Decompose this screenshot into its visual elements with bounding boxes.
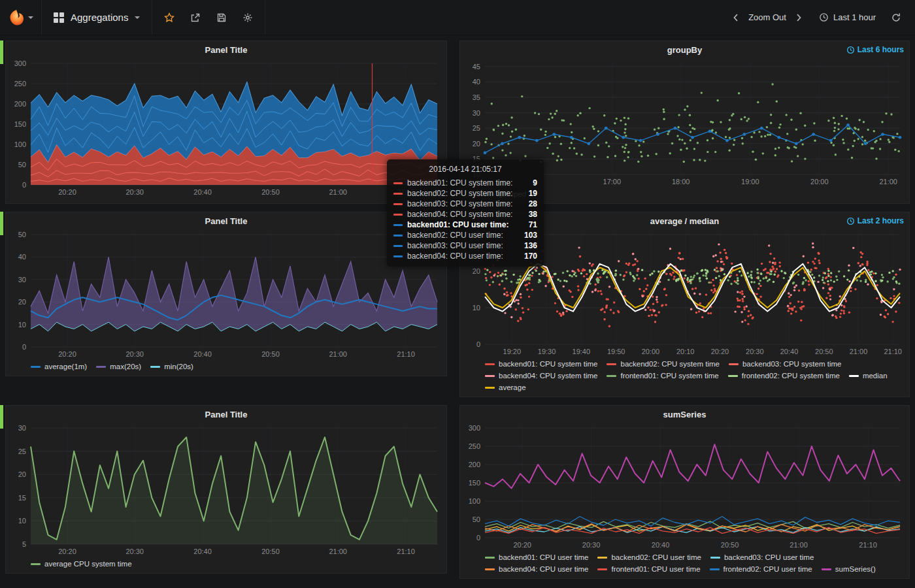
legend-item[interactable]: backend02: CPU system time: [607, 359, 719, 369]
legend-swatch-icon: [31, 563, 41, 565]
row-collapse-handle[interactable]: [0, 405, 3, 429]
panel-title[interactable]: groupBy: [667, 45, 702, 55]
svg-text:20:30: 20:30: [746, 348, 764, 355]
panel-header[interactable]: groupBy Last 6 hours: [460, 41, 909, 58]
svg-text:50: 50: [473, 515, 480, 523]
svg-text:150: 150: [14, 120, 26, 128]
legend-item[interactable]: backend01: CPU system time: [485, 359, 597, 369]
panel-title[interactable]: average / median: [650, 216, 720, 226]
svg-text:10: 10: [18, 321, 26, 329]
time-range-picker[interactable]: Last 1 hour: [811, 12, 884, 22]
time-range-label: Last 1 hour: [833, 12, 876, 22]
legend-item[interactable]: backend02: CPU user time: [597, 552, 701, 563]
tooltip-row: backend03: CPU system time:28: [393, 199, 537, 209]
legend-item[interactable]: frontend01: CPU user time: [597, 564, 700, 574]
svg-text:19:00: 19:00: [741, 178, 759, 186]
panel-sumseries: sumSeries 20:2020:3020:4020:5021:0021:10…: [459, 405, 910, 579]
panel-header[interactable]: Panel Title: [6, 212, 446, 229]
legend-item[interactable]: backend04: CPU system time: [485, 370, 597, 381]
legend-item[interactable]: average CPU system time: [31, 559, 132, 569]
svg-text:0: 0: [476, 534, 480, 542]
zoom-out-button[interactable]: Zoom Out: [748, 12, 786, 22]
legend-swatch-icon: [485, 375, 495, 377]
panel-title[interactable]: Panel Title: [205, 216, 248, 226]
legend-swatch-icon: [607, 375, 616, 377]
svg-text:20:50: 20:50: [721, 541, 739, 549]
svg-text:20:20: 20:20: [58, 350, 76, 358]
tooltip-row: backend02: CPU user time:103: [393, 230, 537, 240]
time-forward-button[interactable]: [790, 6, 807, 29]
legend-item[interactable]: max(20s): [96, 361, 141, 372]
panel-title[interactable]: sumSeries: [663, 410, 707, 419]
legend-item[interactable]: average(1m): [31, 361, 87, 372]
dashboard-grid-icon: [54, 12, 64, 23]
refresh-button[interactable]: [888, 6, 905, 29]
series-color-icon: [393, 203, 403, 205]
save-button[interactable]: [210, 6, 233, 29]
row-collapse-handle[interactable]: [0, 41, 3, 64]
svg-text:10: 10: [18, 517, 26, 525]
legend-swatch-icon: [150, 366, 160, 368]
row-collapse-handle[interactable]: [0, 212, 3, 235]
panel-header[interactable]: Panel Title: [6, 41, 446, 58]
legend-item[interactable]: backend03: CPU system time: [729, 359, 841, 369]
svg-text:21:00: 21:00: [329, 188, 347, 196]
share-button[interactable]: [184, 6, 207, 29]
settings-button[interactable]: [236, 6, 259, 29]
svg-text:20:00: 20:00: [810, 178, 829, 186]
legend-label: backend02: CPU user time: [611, 552, 701, 563]
tooltip-row: backend02: CPU system time:19: [393, 188, 537, 199]
legend-item[interactable]: min(20s): [150, 361, 193, 372]
grafana-logo-menu[interactable]: [0, 0, 42, 35]
grafana-flame-icon: [8, 9, 25, 26]
time-back-button[interactable]: [727, 6, 744, 29]
legend-swatch-icon: [729, 363, 739, 365]
legend-swatch-icon: [607, 363, 616, 365]
panel-title[interactable]: Panel Title: [205, 45, 248, 55]
legend-item[interactable]: sumSeries(): [822, 564, 876, 574]
legend-item[interactable]: frontend02: CPU system time: [728, 370, 840, 381]
series-color-icon: [393, 224, 403, 226]
svg-text:30: 30: [473, 109, 480, 117]
series-color-icon: [393, 214, 403, 216]
legend-item[interactable]: backend01: CPU user time: [485, 552, 588, 563]
legend-label: max(20s): [110, 361, 141, 372]
svg-text:5: 5: [22, 540, 26, 548]
legend-item[interactable]: frontend02: CPU user time: [710, 564, 812, 574]
chart-area[interactable]: 20:2020:3020:4020:5021:0021:100102030405…: [6, 229, 446, 360]
panel-title[interactable]: Panel Title: [205, 410, 248, 419]
svg-text:100: 100: [14, 140, 26, 148]
time-override-badge: Last 6 hours: [846, 45, 904, 54]
svg-text:20: 20: [18, 470, 26, 478]
series-color-icon: [393, 235, 403, 237]
svg-text:15: 15: [18, 494, 26, 502]
svg-text:0: 0: [22, 181, 26, 189]
svg-text:20:40: 20:40: [652, 541, 670, 549]
legend-item[interactable]: backend04: CPU user time: [485, 564, 588, 574]
legend-item[interactable]: backend03: CPU user time: [710, 552, 814, 563]
legend-swatch-icon: [710, 557, 720, 559]
chart-area[interactable]: 20:2020:3020:4020:5021:0021:100501001502…: [6, 58, 446, 198]
panel-stacked-cpu: Panel Title 20:2020:3020:4020:5021:0021:…: [5, 41, 447, 204]
legend: average CPU system time: [6, 557, 446, 573]
legend-item[interactable]: frontend01: CPU system time: [607, 370, 718, 381]
clock-icon: [846, 217, 855, 225]
dashboard-picker[interactable]: Aggregations: [42, 0, 152, 35]
svg-text:50: 50: [18, 161, 26, 169]
tooltip-rows: backend01: CPU system time:9backend02: C…: [393, 178, 537, 261]
time-override-badge: Last 2 hours: [846, 216, 904, 225]
chart-area[interactable]: 20:2020:3020:4020:5021:0021:105101520253…: [6, 423, 446, 557]
star-button[interactable]: [158, 6, 181, 29]
tooltip-row: backend01: CPU system time:9: [393, 178, 537, 188]
panel-header[interactable]: sumSeries: [460, 406, 909, 423]
tooltip-row: backend01: CPU user time:71: [393, 220, 537, 230]
legend: backend01: CPU user timebackend02: CPU u…: [460, 551, 909, 578]
panel-header[interactable]: Panel Title: [6, 406, 446, 423]
legend-item[interactable]: average: [485, 382, 526, 393]
legend-label: backend01: CPU user time: [499, 552, 588, 563]
legend-swatch-icon: [485, 557, 495, 559]
share-icon: [190, 12, 201, 23]
chart-area[interactable]: 20:2020:3020:4020:5021:0021:100501001502…: [460, 423, 909, 551]
tooltip-row: backend04: CPU user time:170: [393, 251, 537, 261]
legend-item[interactable]: median: [849, 370, 888, 381]
